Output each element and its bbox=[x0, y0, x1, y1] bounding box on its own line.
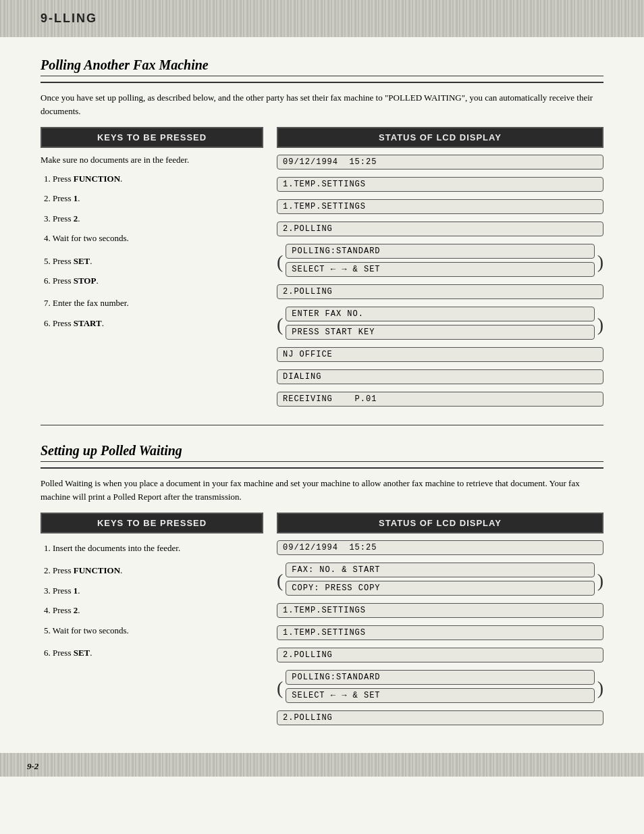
section1-steps: 1. Press FUNCTION. 2. Press 1. 3. Press … bbox=[41, 171, 263, 331]
bracket-left-icon: ( bbox=[277, 253, 283, 271]
step-text: Press 1. bbox=[53, 193, 80, 203]
lcd-display: 09/12/1994 15:25 bbox=[277, 155, 603, 170]
step-item: 3. Press 2. bbox=[44, 211, 263, 226]
step-bold: FUNCTION bbox=[74, 565, 120, 575]
lcd-group: 2.POLLING bbox=[277, 710, 603, 729]
bracket-boxes: POLLING:STANDARD SELECT ← → & SET bbox=[286, 244, 594, 280]
step-item: 1. Press FUNCTION. bbox=[44, 171, 263, 186]
step-num: 6. bbox=[44, 318, 53, 328]
lcd-group: 1.TEMP.SETTINGS bbox=[277, 625, 603, 644]
bottom-bar: 9-2 bbox=[0, 753, 644, 777]
section-polled-waiting: Setting up Polled Waiting Polled Waiting… bbox=[41, 436, 603, 733]
step-bold: SET bbox=[74, 648, 90, 658]
lcd-display: 2.POLLING bbox=[277, 284, 603, 299]
lcd-display: DIALING bbox=[277, 369, 603, 384]
lcd-display: 1.TEMP.SETTINGS bbox=[277, 199, 603, 214]
section1-right-col: STATUS OF LCD DISPLAY 09/12/1994 15:25 1… bbox=[277, 127, 603, 414]
bracket-right-icon: ) bbox=[597, 679, 603, 698]
lcd-display: NJ OFFICE bbox=[277, 347, 603, 362]
lcd-display: 1.TEMP.SETTINGS bbox=[277, 625, 603, 640]
bracket-right-icon: ) bbox=[597, 315, 603, 334]
lcd-group: 09/12/1994 15:25 bbox=[277, 155, 603, 173]
step-bold: 1 bbox=[74, 585, 78, 596]
section1-feeder-note: Make sure no documents are in the feeder… bbox=[41, 155, 263, 165]
section-divider bbox=[41, 425, 603, 425]
lcd-group: RECEIVING P.01 bbox=[277, 392, 603, 410]
lcd-group: 1.TEMP.SETTINGS bbox=[277, 199, 603, 217]
lcd-display: FAX: NO. & START bbox=[286, 563, 594, 577]
step-item: 5. Wait for two seconds. bbox=[44, 623, 263, 638]
lcd-display: POLLING:STANDARD bbox=[286, 244, 594, 259]
section1-two-col: KEYS TO BE PRESSED Make sure no document… bbox=[41, 127, 603, 414]
lcd-display: 1.TEMP.SETTINGS bbox=[277, 177, 603, 192]
section2-right-header: STATUS OF LCD DISPLAY bbox=[277, 513, 603, 533]
bracket-boxes: FAX: NO. & START COPY: PRESS COPY bbox=[286, 563, 594, 599]
lcd-display: PRESS START KEY bbox=[286, 325, 594, 340]
step-text: Press 2. bbox=[53, 213, 80, 224]
section2-description: Polled Waiting is when you place a docum… bbox=[41, 477, 594, 503]
step-num: 5. bbox=[44, 256, 53, 266]
lcd-display: 2.POLLING bbox=[277, 648, 603, 662]
lcd-group: 2.POLLING bbox=[277, 648, 603, 666]
step-item: 2. Press 1. bbox=[44, 190, 263, 206]
section1-left-header: KEYS TO BE PRESSED bbox=[41, 127, 263, 148]
step-text: Enter the fax number. bbox=[53, 298, 129, 308]
section1-left-col: KEYS TO BE PRESSED Make sure no document… bbox=[41, 127, 263, 414]
step-item: 4. Press 2. bbox=[44, 602, 263, 618]
section-polling: Polling Another Fax Machine Once you hav… bbox=[41, 51, 603, 414]
lcd-group: 2.POLLING bbox=[277, 284, 603, 303]
bracket-boxes: ENTER FAX NO. PRESS START KEY bbox=[286, 307, 594, 343]
section2-right-col: STATUS OF LCD DISPLAY 09/12/1994 15:25 (… bbox=[277, 513, 603, 733]
step-item: 3. Press 1. bbox=[44, 583, 263, 598]
lcd-display: 2.POLLING bbox=[277, 710, 603, 725]
lcd-display: POLLING:STANDARD bbox=[286, 670, 594, 685]
step-text: Press SET. bbox=[53, 648, 92, 658]
lcd-group: 09/12/1994 15:25 bbox=[277, 540, 603, 558]
section2-two-col: KEYS TO BE PRESSED 1. Insert the documen… bbox=[41, 513, 603, 733]
lcd-bracket-group: ( ENTER FAX NO. PRESS START KEY ) bbox=[277, 307, 603, 343]
step-item: 1. Insert the documents into the feeder. bbox=[44, 540, 263, 556]
bracket-left-icon: ( bbox=[277, 571, 283, 590]
step-text: Press SET. bbox=[53, 256, 92, 266]
lcd-display: 2.POLLING bbox=[277, 221, 603, 236]
step-num: 3. bbox=[44, 213, 53, 224]
top-bar: 9-LLING bbox=[0, 0, 644, 37]
lcd-group: DIALING bbox=[277, 369, 603, 388]
section2-left-header: KEYS TO BE PRESSED bbox=[41, 513, 263, 533]
step-text: Insert the documents into the feeder. bbox=[53, 543, 180, 553]
step-item: 5. Press SET. bbox=[44, 253, 263, 269]
step-text: Press 2. bbox=[53, 605, 80, 615]
step-num: 1. bbox=[44, 174, 53, 184]
step-text: Wait for two seconds. bbox=[53, 625, 129, 635]
section1-description: Once you have set up polling, as describ… bbox=[41, 91, 594, 118]
section2-left-col: KEYS TO BE PRESSED 1. Insert the documen… bbox=[41, 513, 263, 733]
step-bold: 1 bbox=[74, 193, 78, 203]
step-bold: 2 bbox=[74, 213, 78, 224]
step-num: 6. bbox=[44, 276, 53, 286]
lcd-bracket-group: ( POLLING:STANDARD SELECT ← → & SET ) bbox=[277, 244, 603, 280]
step-num: 4. bbox=[44, 605, 53, 615]
step-item: 2. Press FUNCTION. bbox=[44, 563, 263, 578]
section2-steps: 1. Insert the documents into the feeder.… bbox=[41, 540, 263, 660]
step-item: 4. Wait for two seconds. bbox=[44, 230, 263, 246]
bracket-right-icon: ) bbox=[597, 253, 603, 271]
lcd-group: NJ OFFICE bbox=[277, 347, 603, 365]
lcd-bracket-group: ( FAX: NO. & START COPY: PRESS COPY ) bbox=[277, 563, 603, 599]
page-number: 9-2 bbox=[27, 761, 38, 772]
step-item: 6. Press START. bbox=[44, 315, 263, 331]
step-text: Press START. bbox=[53, 318, 104, 328]
step-bold: START bbox=[74, 318, 102, 328]
lcd-group: 1.TEMP.SETTINGS bbox=[277, 177, 603, 195]
step-item: 7. Enter the fax number. bbox=[44, 295, 263, 311]
step-num: 2. bbox=[44, 193, 53, 203]
step-num: 6. bbox=[44, 648, 53, 658]
step-text: Wait for two seconds. bbox=[53, 233, 129, 243]
content: Polling Another Fax Machine Once you hav… bbox=[0, 37, 644, 753]
lcd-display: SELECT ← → & SET bbox=[286, 262, 594, 277]
lcd-display: 09/12/1994 15:25 bbox=[277, 540, 603, 555]
section2-title: Setting up Polled Waiting bbox=[41, 443, 603, 462]
section2-divider bbox=[41, 467, 603, 469]
step-num: 5. bbox=[44, 625, 53, 635]
bracket-left-icon: ( bbox=[277, 679, 283, 698]
step-text: Press FUNCTION. bbox=[53, 565, 122, 575]
